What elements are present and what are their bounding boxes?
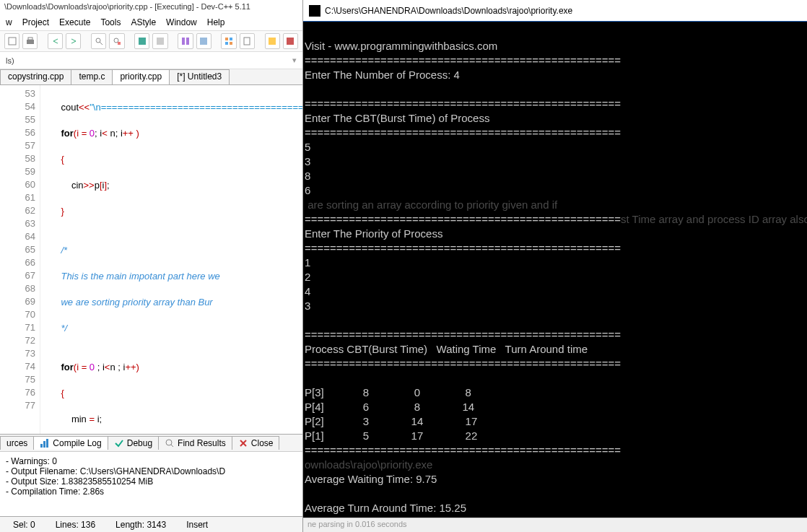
- ide-window: \Downloads\Downloads\rajoo\priority.cpp …: [0, 0, 303, 532]
- subbar-text: ls): [6, 56, 14, 65]
- menu-window[interactable]: Window: [166, 17, 197, 27]
- svg-rect-18: [287, 38, 294, 45]
- find-icon[interactable]: [91, 33, 106, 49]
- svg-rect-14: [225, 42, 228, 45]
- replace-icon[interactable]: [109, 33, 124, 49]
- log-line: - Output Size: 1.83823585510254 MiB: [6, 476, 297, 487]
- toolbar-btn[interactable]: [4, 33, 19, 49]
- toolbar: [0, 30, 302, 52]
- btab-resources[interactable]: urces: [0, 436, 34, 450]
- tab-temp[interactable]: temp.c: [71, 69, 113, 84]
- svg-point-22: [166, 440, 172, 445]
- menu-tools[interactable]: Tools: [100, 17, 121, 27]
- search-icon: [165, 438, 175, 448]
- menu-execute[interactable]: Execute: [59, 17, 90, 27]
- svg-rect-9: [182, 38, 185, 45]
- close-icon: [238, 438, 248, 448]
- btab-compile-log[interactable]: Compile Log: [33, 436, 108, 450]
- status-sel: Sel: 0: [13, 520, 35, 530]
- log-line: - Warnings: 0: [6, 456, 297, 466]
- options-icon[interactable]: [283, 33, 298, 49]
- print-icon[interactable]: [22, 33, 38, 49]
- redo-icon[interactable]: [66, 33, 81, 49]
- svg-rect-17: [269, 38, 276, 45]
- log-line: - Output Filename: C:\Users\GHANENDRA\Do…: [6, 466, 297, 476]
- status-mode: Insert: [186, 520, 208, 530]
- svg-rect-13: [230, 38, 232, 40]
- statusbar: Sel: 0 Lines: 136 Length: 3143 Insert: [0, 516, 302, 532]
- class-browser-bar: ls) ▾: [0, 52, 302, 69]
- profile-icon[interactable]: [196, 33, 211, 49]
- goto-icon[interactable]: [265, 33, 280, 49]
- console-titlebar: C:\Users\GHANENDRA\Downloads\Downloads\r…: [303, 0, 807, 22]
- svg-rect-16: [244, 38, 250, 45]
- btab-find-results[interactable]: Find Results: [158, 436, 232, 450]
- svg-rect-12: [225, 38, 228, 40]
- tab-priority[interactable]: priority.cpp: [112, 69, 170, 84]
- menu-w[interactable]: w: [6, 17, 12, 27]
- log-line: - Compilation Time: 2.86s: [6, 487, 297, 497]
- svg-line-4: [100, 42, 102, 45]
- menubar: w Project Execute Tools AStyle Window He…: [0, 14, 302, 30]
- svg-rect-2: [28, 38, 32, 40]
- status-lines: Lines: 136: [56, 520, 95, 530]
- menu-astyle[interactable]: AStyle: [131, 17, 156, 27]
- ide-parsing-status: ne parsing in 0.016 seconds: [303, 518, 807, 532]
- ide-titlebar: \Downloads\Downloads\rajoo\priority.cpp …: [0, 0, 302, 14]
- grid-icon[interactable]: [221, 33, 236, 49]
- svg-rect-20: [43, 441, 45, 448]
- line-gutter: 53 54 55 56 57 58 59 60 61 62 63 64 65 6…: [0, 85, 40, 434]
- svg-rect-15: [230, 42, 232, 45]
- svg-rect-6: [118, 42, 121, 45]
- tab-untitled3[interactable]: [*] Untitled3: [169, 69, 230, 84]
- undo-icon[interactable]: [48, 33, 63, 49]
- compile-log[interactable]: - Warnings: 0 - Output Filename: C:\User…: [0, 451, 302, 516]
- code-area[interactable]: cout<<"\n===============================…: [40, 85, 302, 434]
- tab-copystring[interactable]: copystring.cpp: [0, 69, 71, 84]
- btab-debug[interactable]: Debug: [108, 436, 159, 450]
- console-window: C:\Users\GHANENDRA\Downloads\Downloads\r…: [303, 0, 807, 532]
- dropdown-icon[interactable]: ▾: [292, 56, 297, 65]
- console-output[interactable]: Visit - www.programmingwithbasics.com ==…: [303, 22, 807, 518]
- check-icon: [114, 438, 124, 448]
- menu-project[interactable]: Project: [22, 17, 49, 27]
- svg-line-23: [171, 445, 173, 447]
- svg-rect-8: [157, 38, 164, 45]
- console-title-text: C:\Users\GHANENDRA\Downloads\Downloads\r…: [325, 6, 572, 16]
- exe-icon: [309, 5, 320, 17]
- editor[interactable]: 53 54 55 56 57 58 59 60 61 62 63 64 65 6…: [0, 85, 302, 434]
- svg-rect-11: [200, 38, 207, 45]
- svg-rect-1: [27, 40, 34, 44]
- bookmarks-icon[interactable]: [240, 33, 255, 49]
- svg-rect-0: [9, 38, 16, 45]
- run-icon[interactable]: [152, 33, 167, 49]
- svg-rect-10: [186, 38, 189, 45]
- svg-rect-21: [46, 439, 48, 448]
- svg-rect-19: [40, 444, 43, 448]
- btab-close[interactable]: Close: [232, 436, 280, 450]
- compile-icon[interactable]: [134, 33, 149, 49]
- menu-help[interactable]: Help: [207, 17, 225, 27]
- editor-tabs: copystring.cpp temp.c priority.cpp [*] U…: [0, 69, 302, 85]
- svg-rect-7: [139, 38, 146, 45]
- bottom-tabs: urces Compile Log Debug Find Results Clo…: [0, 434, 302, 451]
- barchart-icon: [40, 438, 50, 448]
- status-length: Length: 3143: [115, 520, 166, 530]
- debug-icon[interactable]: [178, 33, 193, 49]
